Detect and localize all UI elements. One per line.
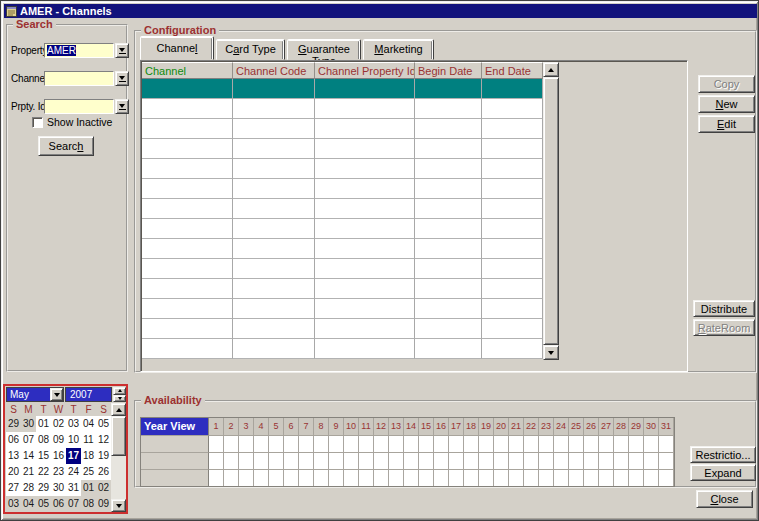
calendar-day[interactable]: 04 bbox=[21, 496, 36, 512]
calendar-year-field[interactable]: 2007 bbox=[65, 387, 112, 402]
calendar-day[interactable]: 14 bbox=[21, 448, 36, 464]
calendar-day[interactable]: 08 bbox=[36, 432, 51, 448]
calendar-day[interactable]: 26 bbox=[96, 464, 111, 480]
calendar-day[interactable]: 12 bbox=[96, 432, 111, 448]
calendar-day[interactable]: 24 bbox=[66, 464, 81, 480]
calendar-day[interactable]: 13 bbox=[6, 448, 21, 464]
table-row[interactable] bbox=[142, 219, 543, 239]
availability-cell bbox=[359, 452, 374, 469]
property-lov-button[interactable] bbox=[115, 43, 129, 58]
channel-lov-button[interactable] bbox=[115, 71, 129, 86]
calendar-day[interactable]: 20 bbox=[6, 464, 21, 480]
calendar-scroll-track[interactable] bbox=[111, 456, 126, 499]
availability-cell bbox=[419, 452, 434, 469]
calendar-day[interactable]: 19 bbox=[96, 448, 111, 464]
calendar-day[interactable]: 23 bbox=[51, 464, 66, 480]
calendar-day[interactable]: 30 bbox=[21, 416, 36, 432]
calendar-day[interactable]: 22 bbox=[36, 464, 51, 480]
calendar-day[interactable]: 31 bbox=[66, 480, 81, 496]
table-row[interactable] bbox=[142, 179, 543, 199]
table-scrollbar[interactable] bbox=[543, 62, 559, 360]
table-row[interactable] bbox=[142, 199, 543, 219]
calendar-day[interactable]: 25 bbox=[81, 464, 96, 480]
titlebar[interactable]: AMER - Channels bbox=[4, 4, 757, 18]
availability-row bbox=[141, 452, 674, 469]
calendar-day[interactable]: 16 bbox=[51, 448, 66, 464]
calendar-month-dropdown-icon[interactable] bbox=[50, 388, 63, 401]
availability-cell bbox=[599, 452, 614, 469]
table-row[interactable] bbox=[142, 259, 543, 279]
table-row[interactable] bbox=[142, 79, 543, 99]
table-row[interactable] bbox=[142, 299, 543, 319]
calendar-day[interactable]: 02 bbox=[51, 416, 66, 432]
calendar-day[interactable]: 18 bbox=[81, 448, 96, 464]
table-scroll-thumb[interactable] bbox=[543, 77, 559, 345]
availability-cell bbox=[524, 435, 539, 452]
property-field[interactable]: AMER bbox=[44, 43, 114, 58]
edit-button[interactable]: Edit bbox=[698, 115, 755, 133]
calendar-day[interactable]: 01 bbox=[81, 480, 96, 496]
close-button[interactable]: Close bbox=[696, 490, 753, 508]
calendar-day[interactable]: 09 bbox=[51, 432, 66, 448]
table-row[interactable] bbox=[142, 99, 543, 119]
distribute-button[interactable]: Distribute bbox=[693, 300, 755, 317]
channel-field[interactable] bbox=[44, 71, 114, 86]
calendar-day[interactable]: 01 bbox=[36, 416, 51, 432]
distribute-buttons: DistributeRateRoom bbox=[693, 300, 755, 336]
calendar-scrollbar[interactable] bbox=[111, 403, 126, 512]
calendar-day[interactable]: 05 bbox=[36, 496, 51, 512]
calendar-scroll-thumb[interactable] bbox=[111, 416, 126, 456]
calendar-day[interactable]: 15 bbox=[36, 448, 51, 464]
calendar-day[interactable]: 10 bbox=[66, 432, 81, 448]
table-row[interactable] bbox=[142, 319, 543, 339]
expand-button[interactable]: Expand bbox=[690, 464, 756, 481]
table-row[interactable] bbox=[142, 119, 543, 139]
calendar-year-down-button[interactable] bbox=[113, 395, 126, 403]
calendar-day[interactable]: 03 bbox=[66, 416, 81, 432]
table-scroll-down-icon[interactable] bbox=[543, 345, 559, 360]
calendar-month-select[interactable]: May bbox=[6, 387, 64, 402]
calendar-year-up-button[interactable] bbox=[113, 387, 126, 395]
calendar-day[interactable]: 08 bbox=[81, 496, 96, 512]
calendar-day[interactable]: 28 bbox=[21, 480, 36, 496]
table-row[interactable] bbox=[142, 339, 543, 359]
table-row[interactable] bbox=[142, 139, 543, 159]
restrictio-button[interactable]: Restrictio... bbox=[690, 446, 756, 463]
calendar-day[interactable]: 07 bbox=[66, 496, 81, 512]
calendar-day[interactable]: 29 bbox=[6, 416, 21, 432]
calendar-day-selected[interactable]: 17 bbox=[66, 448, 81, 464]
table-row[interactable] bbox=[142, 279, 543, 299]
availability-cell bbox=[224, 452, 239, 469]
window-icon bbox=[6, 6, 17, 17]
calendar-day[interactable]: 11 bbox=[81, 432, 96, 448]
calendar-day[interactable]: 09 bbox=[96, 496, 111, 512]
new-button[interactable]: New bbox=[698, 95, 755, 113]
availability-day-header: 6 bbox=[284, 418, 299, 435]
calendar-day[interactable]: 30 bbox=[51, 480, 66, 496]
calendar-day[interactable]: 04 bbox=[81, 416, 96, 432]
tab-guarantee-type[interactable]: Guarantee Type bbox=[287, 39, 361, 60]
calendar-day[interactable]: 21 bbox=[21, 464, 36, 480]
calendar-day[interactable]: 06 bbox=[6, 432, 21, 448]
calendar-day[interactable]: 29 bbox=[36, 480, 51, 496]
calendar-scroll-up-icon[interactable] bbox=[111, 403, 126, 416]
availability-cell bbox=[464, 469, 479, 486]
tab-marketing[interactable]: Marketing bbox=[363, 39, 434, 60]
prpty-id-lov-button[interactable] bbox=[115, 99, 129, 114]
table-scroll-up-icon[interactable] bbox=[543, 62, 559, 77]
show-inactive-checkbox[interactable] bbox=[32, 117, 43, 128]
calendar-day[interactable]: 03 bbox=[6, 496, 21, 512]
table-row[interactable] bbox=[142, 159, 543, 179]
calendar-day[interactable]: 06 bbox=[51, 496, 66, 512]
calendar-day[interactable]: 02 bbox=[96, 480, 111, 496]
tab-channel[interactable]: Channel bbox=[140, 36, 214, 60]
calendar-day[interactable]: 07 bbox=[21, 432, 36, 448]
calendar-day[interactable]: 05 bbox=[96, 416, 111, 432]
availability-cell bbox=[539, 452, 554, 469]
tab-card-type[interactable]: Card Type bbox=[216, 39, 285, 60]
table-row[interactable] bbox=[142, 239, 543, 259]
calendar-scroll-down-icon[interactable] bbox=[111, 499, 126, 512]
calendar-day[interactable]: 27 bbox=[6, 480, 21, 496]
prpty-id-field[interactable] bbox=[44, 99, 114, 114]
search-button[interactable]: Search bbox=[38, 136, 94, 156]
